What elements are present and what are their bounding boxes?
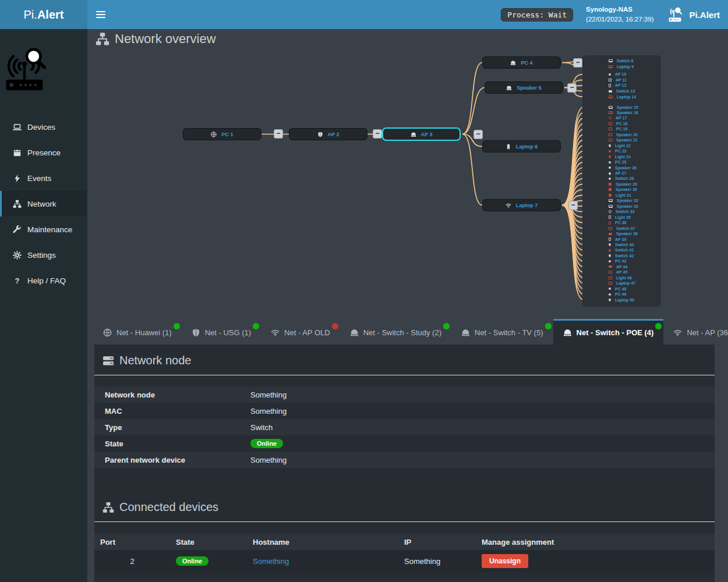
leaf-device-ap-17[interactable]: AP 17 (582, 115, 661, 120)
leaf-device-pc-18[interactable]: PC 18 (582, 121, 661, 126)
device-type-icon (609, 233, 612, 235)
leaf-device-switch-34[interactable]: Switch 34 (582, 209, 661, 214)
sidebar-item-label: Network (27, 200, 56, 208)
leaf-device-label: AP 39 (615, 237, 626, 242)
network-node-ap-2[interactable]: AP 2 (289, 128, 367, 140)
sidebar-item-label: Presence (27, 148, 61, 157)
leaf-device-pc-25[interactable]: PC 25 (582, 159, 661, 165)
leaf-device-label: Light 24 (615, 155, 631, 159)
leaf-device-label: PC 19 (616, 127, 627, 131)
sidebar-item-maintenance[interactable]: Maintenance (0, 217, 87, 242)
leaf-device-label: AP 11 (616, 78, 627, 82)
device-type-icon (609, 288, 611, 290)
sidebar-item-network[interactable]: Network (0, 191, 87, 217)
leaf-device-pc-36[interactable]: PC 36 (582, 220, 661, 225)
leaf-device-ap-12[interactable]: AP 12 (582, 83, 661, 88)
leaf-device-speaker-21[interactable]: Speaker 21 (582, 137, 661, 143)
leaf-device-speaker-15[interactable]: Speaker 15 (582, 105, 661, 110)
kv-row-parent-network-device: Parent network deviceSomething (94, 452, 715, 468)
leaf-device-pc-23[interactable]: PC 23 (582, 148, 661, 154)
tab-net-switch-study-2[interactable]: Net - Switch - Study (2) (340, 319, 451, 345)
leaf-device-light-22[interactable]: Light 22 (582, 143, 661, 148)
device-type-icon (609, 271, 612, 274)
collapse-button[interactable]: − (573, 58, 582, 68)
collapse-button[interactable]: − (274, 129, 283, 139)
unassign-button[interactable]: Unassign (482, 554, 528, 568)
kv-value-text: Something (250, 391, 287, 399)
tab-content-panel: Network node Network nodeSomethingMACSom… (94, 345, 715, 582)
sidebar-item-events[interactable]: Events (0, 165, 87, 191)
leaf-device-switch-41[interactable]: Switch 41 (582, 247, 661, 253)
sidebar-item-label: Devices (27, 123, 55, 132)
parent-device-link[interactable]: Something (250, 456, 287, 464)
leaf-device-speaker-33[interactable]: Speaker 33 (582, 204, 661, 209)
leaf-device-pc-49[interactable]: PC 49 (582, 292, 661, 297)
leaf-device-laptop-47[interactable]: Laptop 47 (582, 281, 661, 286)
sidebar-item-help-faq[interactable]: ?Help / FAQ (0, 268, 87, 293)
leaf-device-ap-10[interactable]: AP 10 (582, 72, 661, 77)
leaf-device-laptop-9[interactable]: Laptop 9 (582, 64, 661, 69)
leaf-device-laptop-50[interactable]: Laptop 50 (582, 297, 661, 303)
sidebar-item-presence[interactable]: Presence (0, 140, 87, 165)
tab-net-ap-36[interactable]: Net - AP (36) (663, 319, 728, 345)
leaf-device-light-24[interactable]: Light 24 (582, 154, 661, 159)
network-node-pc-1[interactable]: PC 1 (183, 128, 261, 140)
sidebar-item-devices[interactable]: Devices (0, 114, 87, 140)
tab-net-usg-1[interactable]: Net - USG (1) (182, 319, 261, 345)
leaf-device-pc-43[interactable]: PC 43 (582, 258, 661, 264)
app-logo[interactable]: Pi.Alert (0, 0, 87, 29)
shield-icon (317, 132, 323, 137)
hostname-link[interactable]: Something (247, 557, 398, 566)
leaf-device-speaker-16[interactable]: Speaker 16 (582, 110, 661, 115)
device-type-icon (609, 172, 611, 175)
network-node-pc-4[interactable]: PC 4 (482, 56, 561, 69)
switch-icon (461, 328, 470, 337)
leaf-device-pc-19[interactable]: PC 19 (582, 126, 661, 132)
leaf-device-switch-13[interactable]: Switch 13 (582, 88, 661, 94)
tab-net-ap-old[interactable]: Net - AP OLD (261, 319, 340, 345)
network-node-ap-3[interactable]: AP 3 (382, 127, 461, 141)
leaf-device-ap-11[interactable]: AP 11 (582, 77, 661, 83)
divider (94, 375, 715, 375)
leaf-device-pc-48[interactable]: PC 48 (582, 286, 661, 292)
tab-net-switch-tv-5[interactable]: Net - Switch - TV (5) (451, 319, 553, 345)
leaf-device-switch-42[interactable]: Switch 42 (582, 253, 661, 258)
device-type-icon (609, 194, 612, 197)
device-type-icon (609, 59, 613, 62)
hamburger-menu-icon[interactable] (87, 0, 114, 29)
leaf-device-light-31[interactable]: Light 31 (582, 193, 661, 198)
leaf-device-speaker-29[interactable]: Speaker 29 (582, 182, 661, 187)
collapse-button[interactable]: − (568, 201, 578, 210)
network-node-laptop-7[interactable]: Laptop 7 (482, 199, 561, 211)
network-node-speaker-5[interactable]: Speaker 5 (485, 81, 563, 94)
switch-icon (510, 60, 516, 66)
leaf-device-speaker-20[interactable]: Speaker 20 (582, 132, 661, 137)
collapse-button[interactable]: − (473, 130, 483, 139)
leaf-device-speaker-30[interactable]: Speaker 30 (582, 187, 661, 192)
leaf-device-ap-45[interactable]: AP 45 (582, 269, 661, 275)
tab-net-huawei-1[interactable]: Net - Huawei (1) (93, 319, 182, 345)
collapse-button[interactable]: − (567, 83, 577, 93)
leaf-device-light-46[interactable]: Light 46 (582, 275, 661, 281)
tab-net-switch-poe-4[interactable]: Net - Switch - POE (4) (553, 319, 664, 345)
leaf-device-laptop-14[interactable]: Laptop 14 (582, 94, 661, 100)
leaf-device-label: Speaker 26 (615, 166, 637, 170)
leaf-device-ap-27[interactable]: AP 27 (582, 171, 661, 176)
sidebar-item-settings[interactable]: Settings (0, 242, 87, 268)
network-node-label: Speaker 5 (517, 85, 542, 91)
leaf-device-switch-28[interactable]: Switch 28 (582, 176, 661, 181)
leaf-device-label: Switch 37 (616, 226, 635, 230)
leaf-device-speaker-32[interactable]: Speaker 32 (582, 198, 661, 203)
leaf-device-switch-40[interactable]: Switch 40 (582, 242, 661, 247)
leaf-device-light-35[interactable]: Light 35 (582, 215, 661, 220)
connected-device-row: 2 Online Something Something Unassign (94, 550, 715, 572)
leaf-device-switch-37[interactable]: Switch 37 (582, 226, 661, 231)
leaf-device-ap-39[interactable]: AP 39 (582, 237, 661, 242)
leaf-device-switch-8[interactable]: Switch 8 (582, 58, 661, 63)
collapse-button[interactable]: − (373, 129, 382, 139)
network-node-laptop-6[interactable]: Laptop 6 (482, 140, 561, 152)
leaf-device-speaker-26[interactable]: Speaker 26 (582, 165, 661, 171)
leaf-device-speaker-38[interactable]: Speaker 38 (582, 231, 661, 236)
page-title-text: Network overview (115, 31, 216, 47)
leaf-device-ap-44[interactable]: AP 44 (582, 264, 661, 269)
